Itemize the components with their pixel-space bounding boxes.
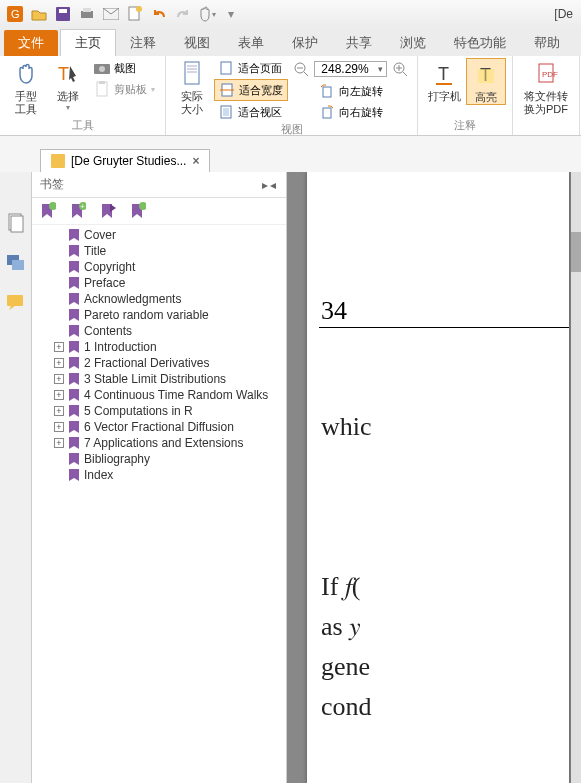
tab-file[interactable]: 文件 <box>4 30 58 56</box>
expander-icon[interactable]: + <box>54 406 64 416</box>
page-text-3: as 𝑦 <box>321 612 361 642</box>
window-title: [De <box>554 7 577 21</box>
clipboard-button[interactable]: 剪贴板 ▾ <box>90 79 159 99</box>
snapshot-button[interactable]: 截图 <box>90 58 159 78</box>
tab-browse[interactable]: 浏览 <box>386 30 440 56</box>
expander-icon[interactable]: + <box>54 438 64 448</box>
bm-new-icon[interactable]: + <box>70 202 86 220</box>
pages-panel-button[interactable] <box>5 212 27 234</box>
highlight-button[interactable]: T 高亮 <box>466 58 506 105</box>
bookmark-item[interactable]: Title <box>50 243 282 259</box>
layers-panel-button[interactable] <box>5 252 27 274</box>
page-rule <box>319 327 569 328</box>
zoom-out-button[interactable] <box>290 58 312 80</box>
bookmark-item[interactable]: Acknowledgments <box>50 291 282 307</box>
camera-icon <box>94 60 110 76</box>
expander-icon[interactable]: + <box>54 374 64 384</box>
save-icon[interactable] <box>52 3 74 25</box>
svg-text:+: + <box>80 202 85 211</box>
vertical-scrollbar[interactable] <box>571 172 581 783</box>
redo-icon[interactable] <box>172 3 194 25</box>
svg-rect-4 <box>81 11 93 18</box>
bookmark-item[interactable]: Bibliography <box>50 451 282 467</box>
tab-annot[interactable]: 注释 <box>116 30 170 56</box>
bookmark-item[interactable]: Index <box>50 467 282 483</box>
bookmark-label: Cover <box>84 228 116 242</box>
zoom-input[interactable] <box>315 62 375 76</box>
page-view[interactable]: 34 whic If 𝑓( as 𝑦 gene cond <box>287 172 581 783</box>
bookmark-panel: 书签 ▸◂ + CoverTitleCopyrightPrefaceAcknow… <box>32 172 287 783</box>
expander-icon[interactable]: + <box>54 358 64 368</box>
bookmark-item[interactable]: Cover <box>50 227 282 243</box>
open-icon[interactable] <box>28 3 50 25</box>
bookmark-item[interactable]: +7 Applications and Extensions <box>50 435 282 451</box>
rotate-left-button[interactable]: 向左旋转 <box>315 81 387 101</box>
undo-icon[interactable] <box>148 3 170 25</box>
page-text-2: If 𝑓( <box>321 572 360 602</box>
email-icon[interactable] <box>100 3 122 25</box>
bookmark-item[interactable]: +4 Continuous Time Random Walks <box>50 387 282 403</box>
bookmark-item[interactable]: +2 Fractional Derivatives <box>50 355 282 371</box>
tab-view[interactable]: 视图 <box>170 30 224 56</box>
close-tab-button[interactable]: × <box>192 154 199 168</box>
document-tab[interactable]: [De Gruyter Studies... × <box>40 149 210 172</box>
tab-form[interactable]: 表单 <box>224 30 278 56</box>
bm-expand-icon[interactable] <box>40 202 56 220</box>
expander-icon[interactable]: + <box>54 342 64 352</box>
tab-help[interactable]: 帮助 <box>520 30 574 56</box>
tab-feature[interactable]: 特色功能 <box>440 30 520 56</box>
select-tool-button[interactable]: T 选择 ▾ <box>48 58 88 113</box>
svg-text:T: T <box>438 64 449 84</box>
bookmark-label: Contents <box>84 324 132 338</box>
bookmark-label: 3 Stable Limit Distributions <box>84 372 226 386</box>
tab-home[interactable]: 主页 <box>60 29 116 56</box>
expander-icon[interactable]: + <box>54 422 64 432</box>
new-icon[interactable] <box>124 3 146 25</box>
actual-size-button[interactable]: 实际 大小 <box>172 58 212 116</box>
tab-protect[interactable]: 保护 <box>278 30 332 56</box>
bookmark-label: 4 Continuous Time Random Walks <box>84 388 268 402</box>
document-tab-bar: [De Gruyter Studies... × <box>0 144 581 172</box>
panel-controls[interactable]: ▸◂ <box>262 178 278 192</box>
fit-page-button[interactable]: 适合页面 <box>214 58 288 78</box>
expander-icon[interactable]: + <box>54 390 64 400</box>
fit-width-button[interactable]: 适合宽度 <box>214 79 288 101</box>
hand-tool-button[interactable]: 手型 工具 <box>6 58 46 116</box>
bookmark-item[interactable]: +1 Introduction <box>50 339 282 355</box>
bookmark-item[interactable]: +6 Vector Fractional Diffusion <box>50 419 282 435</box>
hand-qat-icon[interactable]: ▾ <box>196 3 218 25</box>
zoom-combo[interactable]: ▾ <box>314 61 387 77</box>
pdf-doc-icon <box>51 154 65 168</box>
tools-group-label: 工具 <box>6 118 159 133</box>
bookmark-item[interactable]: Copyright <box>50 259 282 275</box>
fit-visible-button[interactable]: 适合视区 <box>214 102 288 122</box>
bookmark-label: 2 Fractional Derivatives <box>84 356 209 370</box>
svg-rect-13 <box>99 81 105 84</box>
scroll-thumb[interactable] <box>571 232 581 272</box>
comments-panel-button[interactable] <box>5 292 27 314</box>
bookmark-label: Acknowledgments <box>84 292 181 306</box>
highlight-icon: T <box>472 61 500 89</box>
bm-action2-icon[interactable] <box>130 202 146 220</box>
bookmark-label: 5 Computations in R <box>84 404 193 418</box>
bookmark-item[interactable]: Preface <box>50 275 282 291</box>
zoom-in-button[interactable] <box>389 58 411 80</box>
doc-tab-label: [De Gruyter Studies... <box>71 154 186 168</box>
bm-action1-icon[interactable] <box>100 202 116 220</box>
bookmark-item[interactable]: Pareto random variable <box>50 307 282 323</box>
fit-width-icon <box>219 82 235 98</box>
bookmark-panel-title: 书签 <box>40 176 64 193</box>
qat-more-icon[interactable]: ▾ <box>220 3 242 25</box>
tab-share[interactable]: 共享 <box>332 30 386 56</box>
convert-icon: PDF <box>532 60 560 88</box>
bookmark-item[interactable]: +5 Computations in R <box>50 403 282 419</box>
select-icon: T <box>54 60 82 88</box>
page-text-5: cond <box>321 692 372 722</box>
print-icon[interactable] <box>76 3 98 25</box>
bookmark-label: 6 Vector Fractional Diffusion <box>84 420 234 434</box>
convert-button[interactable]: PDF 将文件转 换为PDF <box>519 58 573 116</box>
bookmark-item[interactable]: +3 Stable Limit Distributions <box>50 371 282 387</box>
rotate-right-button[interactable]: 向右旋转 <box>315 102 387 122</box>
typewriter-button[interactable]: T 打字机 <box>424 58 464 103</box>
bookmark-item[interactable]: Contents <box>50 323 282 339</box>
